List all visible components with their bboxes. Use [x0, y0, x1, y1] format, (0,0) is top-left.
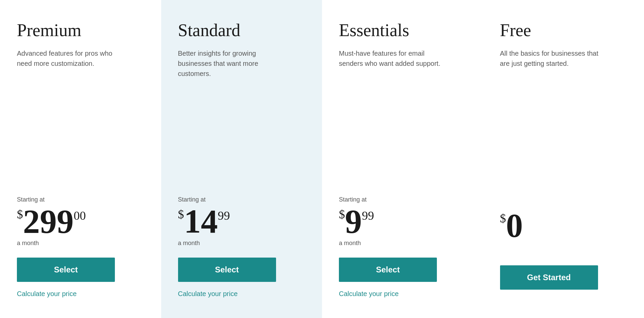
select-button-standard[interactable]: Select	[178, 258, 276, 282]
plan-description-standard: Better insights for growing businesses t…	[178, 48, 286, 79]
plan-card-free: Free All the basics for businesses that …	[483, 0, 644, 318]
plan-description-free: All the basics for businesses that are j…	[500, 48, 608, 69]
price-main-standard: 14	[184, 205, 218, 238]
price-display-essentials: $ 9 99	[339, 205, 374, 238]
price-dollar-standard: $	[178, 207, 184, 221]
price-main-premium: 299	[23, 205, 74, 238]
price-main-essentials: 9	[345, 205, 362, 238]
pricing-section-free: $ 0 Get Started	[500, 207, 627, 298]
plan-card-standard: Standard Better insights for growing bus…	[161, 0, 322, 318]
plan-card-premium: Premium Advanced features for pros who n…	[0, 0, 161, 318]
plan-card-essentials: Essentials Must-have features for email …	[322, 0, 483, 318]
plan-name-premium: Premium	[17, 20, 144, 40]
get-started-button-free[interactable]: Get Started	[500, 265, 598, 290]
price-dollar-premium: $	[17, 207, 23, 221]
price-display-free: $ 0	[500, 209, 523, 242]
price-cents-essentials: 99	[362, 209, 374, 223]
select-button-premium[interactable]: Select	[17, 258, 115, 282]
price-dollar-essentials: $	[339, 207, 345, 221]
price-cents-premium: 00	[74, 209, 86, 223]
starting-at-essentials: Starting at	[339, 196, 367, 203]
pricing-section-premium: Starting at $ 299 00 a month Select Calc…	[17, 196, 144, 298]
price-cents-standard: 99	[218, 209, 230, 223]
price-main-free: 0	[506, 209, 523, 242]
price-display-premium: $ 299 00	[17, 205, 86, 238]
plan-name-free: Free	[500, 20, 627, 40]
price-period-standard: a month	[178, 240, 200, 247]
plan-description-essentials: Must-have features for email senders who…	[339, 48, 447, 69]
price-display-standard: $ 14 99	[178, 205, 230, 238]
calculate-link-premium[interactable]: Calculate your price	[17, 290, 77, 298]
select-button-essentials[interactable]: Select	[339, 258, 437, 282]
plan-name-standard: Standard	[178, 20, 305, 40]
starting-at-standard: Starting at	[178, 196, 206, 203]
calculate-link-essentials[interactable]: Calculate your price	[339, 290, 399, 298]
price-dollar-free: $	[500, 211, 506, 226]
price-period-essentials: a month	[339, 240, 361, 247]
plan-name-essentials: Essentials	[339, 20, 466, 40]
pricing-section-standard: Starting at $ 14 99 a month Select Calcu…	[178, 196, 305, 298]
pricing-container: Premium Advanced features for pros who n…	[0, 0, 644, 318]
plan-description-premium: Advanced features for pros who need more…	[17, 48, 125, 69]
pricing-section-essentials: Starting at $ 9 99 a month Select Calcul…	[339, 196, 466, 298]
price-period-premium: a month	[17, 240, 39, 247]
calculate-link-standard[interactable]: Calculate your price	[178, 290, 238, 298]
starting-at-premium: Starting at	[17, 196, 45, 203]
